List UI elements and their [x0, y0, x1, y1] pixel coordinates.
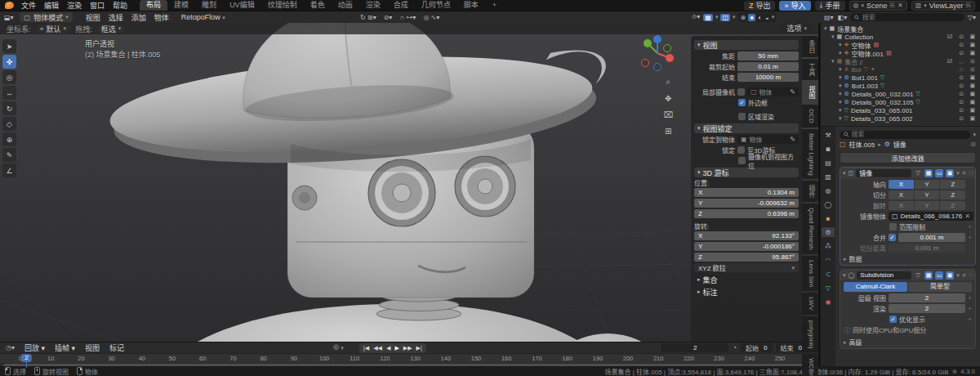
render-region-checkbox[interactable]: [738, 113, 746, 120]
snap-magnet-icon[interactable]: ∩ ⊶▾: [399, 14, 416, 21]
gizmo-x-axis[interactable]: [666, 54, 674, 62]
measure-tool[interactable]: ✎: [2, 148, 16, 162]
camera-toggle[interactable]: ▣: [969, 115, 975, 122]
expander-icon[interactable]: ▾: [831, 34, 835, 40]
merge-checkbox[interactable]: ✓: [889, 234, 896, 241]
editor-type-icon[interactable]: ◷▾: [5, 344, 16, 351]
extras-dropdown-icon[interactable]: ▾: [956, 170, 960, 177]
on-cage-toggle[interactable]: ▽: [914, 169, 922, 177]
outliner-row[interactable]: ▾▽Details_033_065.002⊙▣: [821, 114, 980, 123]
clip-start-field[interactable]: 0.01 m: [737, 62, 799, 71]
sidebar-tab-polygoniq[interactable]: polygoniq: [802, 316, 818, 352]
outliner-row[interactable]: ▾⋔Bot▽✦⊙▣: [821, 65, 980, 74]
properties-tab-world[interactable]: ◯: [822, 199, 835, 209]
realtime-toggle[interactable]: ▭: [935, 271, 943, 280]
properties-tab-scene[interactable]: ◍: [822, 186, 835, 195]
sidebar-tab-WCBridge[interactable]: WCBridge: [802, 354, 818, 376]
sidebar-tab-条目[interactable]: 条目: [802, 36, 818, 57]
lock-to-cursor-checkbox[interactable]: [737, 146, 745, 154]
eye-dim-toggle[interactable]: ⊙: [959, 66, 964, 73]
viewport-menu-选择[interactable]: 选择: [105, 12, 127, 23]
eyedropper-icon[interactable]: ✎: [790, 88, 795, 96]
local-camera-checkbox[interactable]: [737, 88, 745, 96]
orientation-dropdown[interactable]: ⌖ 默认▾: [36, 25, 71, 34]
outliner-row[interactable]: ▾⚙Details_000_032.105▽⊙▣: [821, 98, 980, 106]
add-modifier-button[interactable]: 添加修改器: [840, 152, 976, 163]
properties-search[interactable]: [840, 131, 970, 139]
editmode-toggle[interactable]: ▦: [924, 271, 933, 280]
properties-tab-material[interactable]: ◉: [822, 297, 835, 307]
filter-funnel-icon[interactable]: ▽▾: [967, 14, 977, 21]
cursor-tool[interactable]: ◎: [2, 70, 16, 84]
jump-to-end-button[interactable]: ▶|: [415, 345, 424, 351]
expander-icon[interactable]: ▾: [831, 58, 835, 65]
levels-render-field[interactable]: 2: [889, 304, 965, 313]
timeline-menu-插帧[interactable]: 插帧 ▾: [51, 342, 79, 353]
outliner-search-input[interactable]: [862, 14, 960, 21]
manual-button[interactable]: ⤓ 手册: [815, 1, 845, 11]
collections-panel-header[interactable]: ▸集合: [694, 275, 799, 284]
stopwatch-icon[interactable]: ◔: [732, 344, 737, 351]
gizmo-z-axis[interactable]: [653, 35, 662, 43]
pivot-point-dropdown[interactable]: ⊘▾: [383, 14, 394, 21]
annotate-tool[interactable]: ⊕: [2, 132, 16, 146]
outliner-row[interactable]: ▾⚙Details_000_032.001▽⊙▣: [821, 90, 980, 98]
sidebar-tab-插件[interactable]: 插件: [802, 181, 818, 202]
properties-tab-render[interactable]: ◙: [822, 144, 835, 154]
gizmo-neg-z-axis[interactable]: [654, 64, 662, 71]
clipping-checkbox[interactable]: [889, 223, 897, 231]
filter-dropdown-icon[interactable]: ▾: [973, 132, 976, 138]
expander-icon[interactable]: ▾: [824, 25, 827, 32]
eye-toggle[interactable]: ⊙: [959, 115, 964, 122]
sidebar-tab-工具[interactable]: 工具: [802, 59, 818, 80]
import-button[interactable]: » 导入: [779, 1, 810, 11]
expander-icon[interactable]: ▾: [839, 74, 842, 81]
next-keyframe-button[interactable]: ▶▶: [402, 345, 414, 351]
playhead[interactable]: 2: [21, 354, 31, 362]
properties-tab-object[interactable]: ■: [822, 213, 835, 223]
eye-toggle[interactable]: ⊙: [959, 50, 964, 56]
new-scene-icon[interactable]: ⎘: [890, 2, 895, 10]
bisect-distance-field[interactable]: 0.001 m: [889, 244, 965, 253]
menu-文件[interactable]: 文件: [17, 0, 40, 11]
viewport-menu-视图[interactable]: 视图: [82, 12, 104, 23]
cursor-rotation-Y-field[interactable]: Y-0.000186°: [694, 242, 799, 251]
checkbox-toggle[interactable]: ☑: [947, 34, 952, 40]
navigation-gizmo[interactable]: [637, 33, 678, 74]
outline-checkbox[interactable]: ✓: [738, 99, 746, 106]
local-camera-object-field[interactable]: ▢ 物体 ✎: [747, 87, 799, 96]
current-frame-field[interactable]: 2: [662, 343, 728, 352]
workspace-tab-动画[interactable]: 动画: [332, 0, 359, 11]
menu-帮助[interactable]: 帮助: [109, 0, 131, 11]
expander-icon[interactable]: ▾: [839, 42, 842, 48]
workspace-tab-建模[interactable]: 建模: [167, 0, 195, 11]
view-panel-header[interactable]: ▾视图: [694, 40, 799, 50]
clip-end-field[interactable]: 10000 m: [737, 73, 799, 82]
seg-flip-Z[interactable]: Z: [940, 201, 965, 210]
eye-toggle[interactable]: ⊙: [959, 91, 964, 97]
checkbox-toggle[interactable]: ☑: [947, 58, 952, 65]
on-cage-toggle[interactable]: ▽: [914, 271, 922, 280]
seg-axis-X[interactable]: X: [889, 180, 914, 189]
data-section-header[interactable]: ▸数据: [840, 253, 975, 265]
shading-rendered-icon[interactable]: ◒: [764, 14, 770, 21]
menu-窗口[interactable]: 窗口: [86, 0, 109, 11]
perspective-toggle-icon[interactable]: ⊞: [663, 127, 673, 136]
timeline-menu-标记[interactable]: 标记: [105, 342, 128, 353]
viewlayer-selector[interactable]: ▥ ▾ ViewLayer ⎘: [911, 1, 975, 11]
workspace-tab-UV编辑[interactable]: UV编辑: [223, 0, 261, 11]
gizmo-y-axis[interactable]: [644, 39, 652, 47]
gizmo-neg-y-axis[interactable]: [664, 45, 671, 52]
eye-toggle[interactable]: ⊙: [959, 99, 964, 105]
workspace-tab-几何节点[interactable]: 几何节点: [415, 0, 457, 11]
outliner-row[interactable]: ▾⚙Bot1.003▽⊙▣: [821, 82, 980, 90]
catmull-clark-button[interactable]: Catmull-Clark: [844, 282, 907, 292]
editmode-toggle[interactable]: ▦: [924, 169, 933, 177]
scene-selector[interactable]: ◍ ▾ Scene ⎘ ✕: [849, 1, 907, 11]
new-viewlayer-icon[interactable]: ⎘: [966, 2, 971, 10]
sidebar-tab-LWV[interactable]: LWV: [802, 293, 818, 315]
outliner-row[interactable]: ▾✛空物体.001▨⊙▣: [821, 49, 980, 57]
eye-closed-toggle[interactable]: ◡: [959, 58, 964, 65]
seg-bisect-X[interactable]: X: [889, 190, 914, 199]
camera-dim-toggle[interactable]: ▣: [969, 58, 975, 65]
